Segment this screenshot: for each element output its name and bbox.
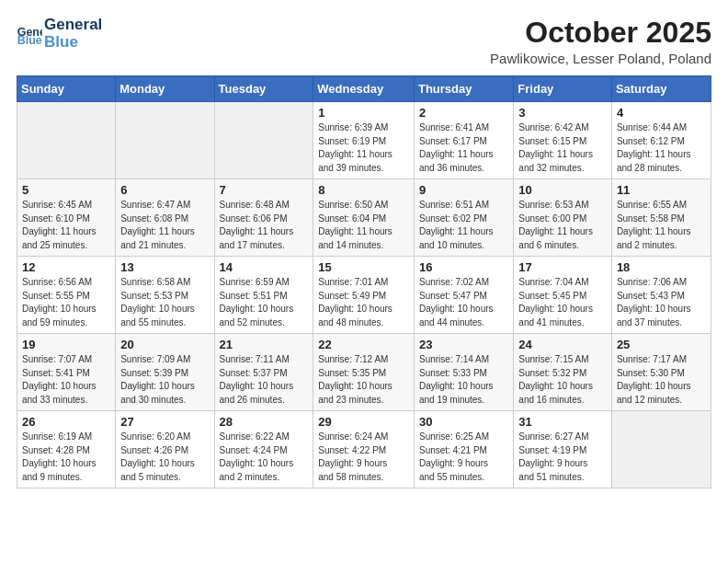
day-info: Sunrise: 6:22 AM Sunset: 4:24 PM Dayligh… <box>220 431 309 484</box>
calendar-cell: 1Sunrise: 6:39 AM Sunset: 6:19 PM Daylig… <box>313 102 415 179</box>
day-number: 13 <box>120 260 209 274</box>
calendar-cell: 13Sunrise: 6:58 AM Sunset: 5:53 PM Dayli… <box>116 257 214 334</box>
day-number: 23 <box>419 338 508 351</box>
calendar-cell: 20Sunrise: 7:09 AM Sunset: 5:39 PM Dayli… <box>116 334 214 411</box>
calendar-cell: 22Sunrise: 7:12 AM Sunset: 5:35 PM Dayli… <box>313 334 415 411</box>
calendar-cell: 15Sunrise: 7:01 AM Sunset: 5:49 PM Dayli… <box>313 257 415 334</box>
day-number: 31 <box>518 415 607 429</box>
day-info: Sunrise: 7:15 AM Sunset: 5:32 PM Dayligh… <box>518 353 607 407</box>
day-info: Sunrise: 7:07 AM Sunset: 5:41 PM Dayligh… <box>22 353 110 407</box>
calendar-cell <box>17 102 116 179</box>
day-info: Sunrise: 6:55 AM Sunset: 5:58 PM Dayligh… <box>617 199 706 252</box>
calendar-week-row: 1Sunrise: 6:39 AM Sunset: 6:19 PM Daylig… <box>17 102 711 179</box>
weekday-header: Friday <box>514 76 612 102</box>
day-number: 20 <box>120 338 209 351</box>
weekday-header: Wednesday <box>313 76 415 102</box>
day-info: Sunrise: 6:51 AM Sunset: 6:02 PM Dayligh… <box>419 199 508 252</box>
logo-line1: General <box>44 17 102 34</box>
calendar-week-row: 19Sunrise: 7:07 AM Sunset: 5:41 PM Dayli… <box>17 334 711 411</box>
day-number: 19 <box>22 338 110 351</box>
calendar-cell: 25Sunrise: 7:17 AM Sunset: 5:30 PM Dayli… <box>611 334 711 411</box>
calendar-cell: 27Sunrise: 6:20 AM Sunset: 4:26 PM Dayli… <box>116 411 214 488</box>
day-info: Sunrise: 6:27 AM Sunset: 4:19 PM Dayligh… <box>518 431 607 484</box>
calendar-subtitle: Pawlikowice, Lesser Poland, Poland <box>490 51 711 66</box>
weekday-header: Tuesday <box>214 76 313 102</box>
calendar-cell: 29Sunrise: 6:24 AM Sunset: 4:22 PM Dayli… <box>313 411 415 488</box>
day-number: 24 <box>518 338 607 351</box>
day-number: 29 <box>318 415 409 429</box>
day-number: 5 <box>22 183 110 197</box>
calendar-cell: 11Sunrise: 6:55 AM Sunset: 5:58 PM Dayli… <box>611 179 711 257</box>
calendar-cell: 19Sunrise: 7:07 AM Sunset: 5:41 PM Dayli… <box>17 334 116 411</box>
day-info: Sunrise: 6:56 AM Sunset: 5:55 PM Dayligh… <box>22 276 110 329</box>
day-info: Sunrise: 6:41 AM Sunset: 6:17 PM Dayligh… <box>419 121 508 175</box>
title-block: October 2025 Pawlikowice, Lesser Poland,… <box>490 17 711 66</box>
day-number: 8 <box>318 183 409 197</box>
calendar-cell: 3Sunrise: 6:42 AM Sunset: 6:15 PM Daylig… <box>514 102 612 179</box>
day-number: 1 <box>318 106 409 120</box>
day-info: Sunrise: 6:47 AM Sunset: 6:08 PM Dayligh… <box>120 199 209 252</box>
calendar-cell: 8Sunrise: 6:50 AM Sunset: 6:04 PM Daylig… <box>313 179 415 257</box>
day-info: Sunrise: 6:19 AM Sunset: 4:28 PM Dayligh… <box>22 431 110 484</box>
day-number: 21 <box>220 338 309 351</box>
header: General Blue General Blue October 2025 P… <box>17 17 711 66</box>
day-info: Sunrise: 7:11 AM Sunset: 5:37 PM Dayligh… <box>220 353 309 407</box>
calendar-cell: 18Sunrise: 7:06 AM Sunset: 5:43 PM Dayli… <box>611 257 711 334</box>
calendar-cell: 30Sunrise: 6:25 AM Sunset: 4:21 PM Dayli… <box>414 411 513 488</box>
day-number: 7 <box>220 183 309 197</box>
calendar-table: SundayMondayTuesdayWednesdayThursdayFrid… <box>17 75 711 488</box>
calendar-cell: 12Sunrise: 6:56 AM Sunset: 5:55 PM Dayli… <box>17 257 116 334</box>
logo: General Blue General Blue <box>17 17 102 51</box>
day-number: 4 <box>617 106 706 120</box>
calendar-title: October 2025 <box>490 17 711 49</box>
day-info: Sunrise: 7:14 AM Sunset: 5:33 PM Dayligh… <box>419 353 508 407</box>
calendar-cell: 31Sunrise: 6:27 AM Sunset: 4:19 PM Dayli… <box>514 411 612 488</box>
calendar-cell: 6Sunrise: 6:47 AM Sunset: 6:08 PM Daylig… <box>116 179 214 257</box>
day-number: 15 <box>318 260 409 274</box>
day-number: 22 <box>318 338 409 351</box>
day-info: Sunrise: 7:06 AM Sunset: 5:43 PM Dayligh… <box>617 276 706 329</box>
calendar-cell: 2Sunrise: 6:41 AM Sunset: 6:17 PM Daylig… <box>414 102 513 179</box>
day-number: 9 <box>419 183 508 197</box>
calendar-cell: 5Sunrise: 6:45 AM Sunset: 6:10 PM Daylig… <box>17 179 116 257</box>
day-number: 2 <box>419 106 508 120</box>
day-number: 3 <box>518 106 607 120</box>
calendar-cell: 7Sunrise: 6:48 AM Sunset: 6:06 PM Daylig… <box>214 179 313 257</box>
weekday-header: Thursday <box>414 76 513 102</box>
page: General Blue General Blue October 2025 P… <box>0 0 728 563</box>
day-info: Sunrise: 6:25 AM Sunset: 4:21 PM Dayligh… <box>419 431 508 484</box>
day-number: 30 <box>419 415 508 429</box>
day-number: 14 <box>220 260 309 274</box>
day-info: Sunrise: 6:58 AM Sunset: 5:53 PM Dayligh… <box>120 276 209 329</box>
calendar-cell: 17Sunrise: 7:04 AM Sunset: 5:45 PM Dayli… <box>514 257 612 334</box>
day-info: Sunrise: 6:45 AM Sunset: 6:10 PM Dayligh… <box>22 199 110 252</box>
day-number: 6 <box>120 183 209 197</box>
calendar-cell: 10Sunrise: 6:53 AM Sunset: 6:00 PM Dayli… <box>514 179 612 257</box>
weekday-header: Monday <box>116 76 214 102</box>
calendar-week-row: 12Sunrise: 6:56 AM Sunset: 5:55 PM Dayli… <box>17 257 711 334</box>
day-info: Sunrise: 7:02 AM Sunset: 5:47 PM Dayligh… <box>419 276 508 329</box>
day-number: 10 <box>518 183 607 197</box>
day-number: 27 <box>120 415 209 429</box>
calendar-cell: 26Sunrise: 6:19 AM Sunset: 4:28 PM Dayli… <box>17 411 116 488</box>
calendar-cell: 4Sunrise: 6:44 AM Sunset: 6:12 PM Daylig… <box>611 102 711 179</box>
day-info: Sunrise: 6:42 AM Sunset: 6:15 PM Dayligh… <box>518 121 607 175</box>
day-info: Sunrise: 6:20 AM Sunset: 4:26 PM Dayligh… <box>120 431 209 484</box>
calendar-week-row: 5Sunrise: 6:45 AM Sunset: 6:10 PM Daylig… <box>17 179 711 257</box>
calendar-cell <box>214 102 313 179</box>
calendar-cell: 16Sunrise: 7:02 AM Sunset: 5:47 PM Dayli… <box>414 257 513 334</box>
calendar-cell <box>116 102 214 179</box>
day-number: 28 <box>220 415 309 429</box>
day-info: Sunrise: 6:44 AM Sunset: 6:12 PM Dayligh… <box>617 121 706 175</box>
day-info: Sunrise: 7:04 AM Sunset: 5:45 PM Dayligh… <box>518 276 607 329</box>
svg-text:Blue: Blue <box>17 34 42 47</box>
calendar-week-row: 26Sunrise: 6:19 AM Sunset: 4:28 PM Dayli… <box>17 411 711 488</box>
day-info: Sunrise: 6:39 AM Sunset: 6:19 PM Dayligh… <box>318 121 409 175</box>
day-number: 16 <box>419 260 508 274</box>
weekday-header: Sunday <box>17 76 116 102</box>
calendar-cell: 9Sunrise: 6:51 AM Sunset: 6:02 PM Daylig… <box>414 179 513 257</box>
day-info: Sunrise: 6:59 AM Sunset: 5:51 PM Dayligh… <box>220 276 309 329</box>
calendar-cell: 14Sunrise: 6:59 AM Sunset: 5:51 PM Dayli… <box>214 257 313 334</box>
weekday-header-row: SundayMondayTuesdayWednesdayThursdayFrid… <box>17 76 711 102</box>
logo-line2: Blue <box>44 34 102 52</box>
